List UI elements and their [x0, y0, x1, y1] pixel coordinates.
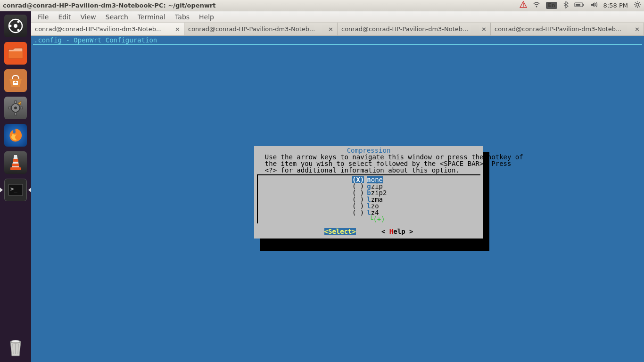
unity-launcher: >_	[0, 11, 31, 362]
svg-point-19	[17, 29, 20, 32]
tab-label: conrad@conrad-HP-Pavilion-dm3-Noteb...	[188, 25, 325, 33]
svg-point-18	[17, 21, 20, 23]
svg-line-12	[639, 7, 640, 8]
svg-rect-23	[15, 101, 17, 103]
options-list: (X) none ( ) gzip ( ) bzip2 ( ) lzma	[257, 174, 480, 223]
battery-icon[interactable]	[574, 2, 585, 9]
svg-point-22	[14, 107, 17, 109]
launcher-settings[interactable]	[3, 95, 28, 121]
terminal-tab[interactable]: conrad@conrad-HP-Pavilion-dm3-Noteb... ×	[338, 23, 491, 35]
tab-label: conrad@conrad-HP-Pavilion-dm3-Noteb...	[341, 25, 479, 33]
option-none[interactable]: (X) none	[258, 176, 480, 183]
tab-label: conrad@conrad-HP-Pavilion-dm3-Noteb...	[495, 25, 632, 33]
menu-edit[interactable]: Edit	[54, 12, 74, 22]
launcher-files[interactable]	[3, 41, 28, 66]
terminal-viewport[interactable]: .config - OpenWrt Configuration Compress…	[31, 36, 644, 362]
menu-help[interactable]: Help	[195, 12, 218, 22]
menu-search[interactable]: Search	[102, 12, 132, 22]
window-title: conrad@conrad-HP-Pavilion-dm3-Notebook-P…	[3, 2, 216, 9]
dialog-title: Compression	[257, 147, 480, 154]
svg-point-17	[9, 25, 12, 27]
option-bzip2[interactable]: ( ) bzip2	[258, 189, 480, 196]
menubar: File Edit View Search Terminal Tabs Help	[31, 11, 644, 23]
terminal-tab[interactable]: conrad@conrad-HP-Pavilion-dm3-Noteb... ×	[184, 23, 338, 35]
wifi-icon[interactable]	[533, 1, 540, 10]
menu-terminal[interactable]: Terminal	[134, 12, 169, 22]
select-button[interactable]: <Select>	[324, 228, 356, 235]
svg-point-6	[636, 3, 639, 6]
svg-rect-26	[20, 107, 23, 109]
menuconfig-title: .config - OpenWrt Configuration	[33, 37, 642, 43]
svg-rect-24	[15, 113, 17, 115]
svg-line-13	[635, 7, 636, 8]
tab-label: conrad@conrad-HP-Pavilion-dm3-Noteb...	[35, 25, 172, 33]
menu-view[interactable]: View	[77, 12, 100, 22]
warning-icon[interactable]	[520, 1, 527, 10]
terminal-window: File Edit View Search Terminal Tabs Help…	[31, 11, 644, 362]
svg-line-14	[639, 2, 640, 3]
svg-rect-25	[8, 107, 11, 109]
launcher-firefox[interactable]	[3, 123, 28, 148]
launcher-vlc[interactable]	[3, 150, 28, 175]
dialog-buttons: <Select> < Help >	[257, 223, 480, 237]
svg-point-16	[14, 24, 17, 28]
volume-icon[interactable]	[590, 1, 598, 10]
close-icon[interactable]: ×	[635, 25, 640, 33]
terminal-tab[interactable]: conrad@conrad-HP-Pavilion-dm3-Noteb... ×	[31, 23, 184, 35]
dialog-help-text: Use the arrow keys to navigate this wind…	[257, 154, 480, 173]
launcher-dash[interactable]	[3, 13, 28, 39]
menu-tabs[interactable]: Tabs	[171, 12, 193, 22]
option-lzo[interactable]: ( ) lzo	[258, 203, 480, 209]
more-indicator: └(+)	[258, 216, 480, 222]
option-lzma[interactable]: ( ) lzma	[258, 196, 480, 203]
svg-line-11	[635, 2, 636, 3]
close-icon[interactable]: ×	[175, 25, 180, 33]
input-method-indicator[interactable]: En	[546, 2, 557, 9]
close-icon[interactable]: ×	[328, 25, 333, 33]
launcher-trash[interactable]	[3, 335, 28, 360]
svg-text:>_: >_	[10, 186, 17, 192]
svg-rect-4	[583, 4, 584, 6]
system-tray: En 8:58 PM	[520, 1, 641, 10]
option-gzip[interactable]: ( ) gzip	[258, 183, 480, 189]
svg-point-2	[536, 6, 537, 8]
system-top-bar: conrad@conrad-HP-Pavilion-dm3-Notebook-P…	[0, 0, 644, 11]
terminal-tab[interactable]: conrad@conrad-HP-Pavilion-dm3-Noteb... ×	[491, 23, 644, 35]
close-icon[interactable]: ×	[481, 25, 487, 33]
launcher-software[interactable]	[3, 68, 28, 93]
svg-rect-0	[523, 3, 524, 6]
divider	[33, 44, 642, 45]
bluetooth-icon[interactable]	[563, 1, 569, 10]
svg-rect-28	[10, 167, 21, 170]
help-button[interactable]: < Help >	[381, 228, 413, 235]
launcher-terminal[interactable]: >_	[3, 177, 28, 203]
tab-bar: conrad@conrad-HP-Pavilion-dm3-Noteb... ×…	[31, 23, 644, 36]
option-lz4[interactable]: ( ) lz4	[258, 209, 480, 216]
gear-icon[interactable]	[634, 1, 641, 10]
svg-rect-5	[576, 4, 580, 6]
svg-point-35	[12, 340, 19, 342]
clock[interactable]: 8:58 PM	[603, 2, 628, 9]
menuconfig-dialog: Compression Use the arrow keys to naviga…	[254, 146, 483, 239]
svg-rect-1	[523, 6, 524, 7]
menu-file[interactable]: File	[34, 12, 52, 22]
